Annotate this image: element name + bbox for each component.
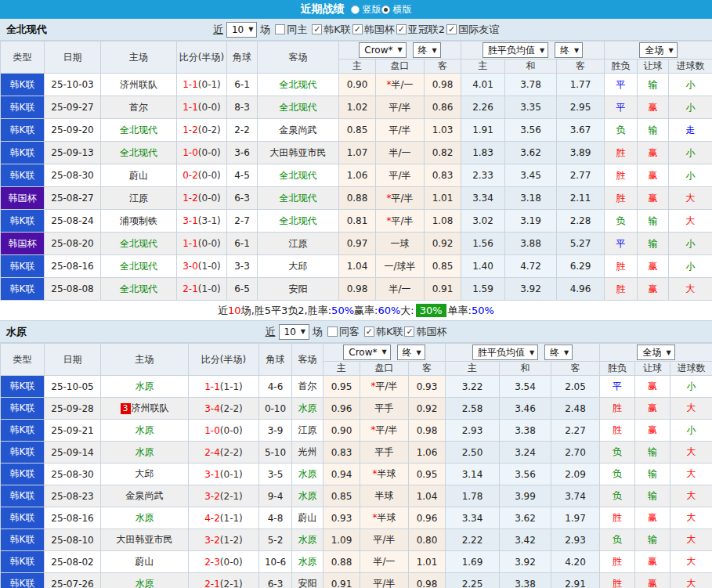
away-team-cell: 安阳 bbox=[258, 278, 339, 301]
result-cell: 负 bbox=[600, 442, 635, 464]
goals-result-cell: 大 bbox=[670, 464, 712, 485]
checkbox-icon: ✓ bbox=[364, 326, 374, 337]
halftime-score: (0-0) bbox=[198, 147, 221, 158]
goals-result-cell: 大 bbox=[669, 187, 712, 210]
col-goals: 进球数 bbox=[669, 60, 712, 74]
halftime-score: (1-1) bbox=[220, 381, 243, 392]
away-team-cell: 江原 bbox=[292, 420, 323, 442]
match-count-select[interactable]: 10 ▼ bbox=[226, 22, 257, 38]
score-cell: 3-1(3-1) bbox=[177, 210, 227, 233]
date-cell: 25-09-14 bbox=[45, 442, 101, 464]
asia-final-select[interactable]: 终▼ bbox=[413, 42, 441, 58]
col-asia-home: 主 bbox=[323, 362, 360, 376]
halftime-score: (0-0) bbox=[220, 557, 243, 568]
asia-home-odds-cell: 0.95 bbox=[323, 376, 360, 398]
col-eu-draw: 和 bbox=[500, 362, 551, 376]
match-count-select[interactable]: 10 ▼ bbox=[279, 324, 309, 340]
europe-final-select[interactable]: 终▼ bbox=[544, 345, 573, 360]
result-cell: 负 bbox=[605, 210, 638, 233]
europe-draw-odds-cell: 3.38 bbox=[500, 573, 551, 588]
europe-away-odds-cell: 2.91 bbox=[551, 573, 600, 588]
result-cell: 胜 bbox=[605, 255, 638, 278]
home-team-cell: 全北现代 bbox=[101, 119, 177, 142]
league-type-cell: 韩国杯 bbox=[1, 233, 45, 255]
handicap-result-cell: 赢 bbox=[635, 420, 670, 442]
chevron-down-icon: ▼ bbox=[301, 328, 305, 335]
league-filter-checkbox[interactable]: ✓韩国杯 bbox=[352, 23, 395, 37]
result-cell: 胜 bbox=[600, 420, 635, 442]
asia-line-cell: 平/半 bbox=[376, 164, 425, 187]
europe-draw-odds-cell: 4.72 bbox=[505, 255, 557, 278]
away-team-cell: 全北现代 bbox=[258, 96, 339, 119]
home-team-cell: 大田韩亚市民 bbox=[101, 529, 189, 551]
away-team-cell: 大田韩亚市民 bbox=[258, 142, 339, 164]
asia-away-odds-cell: 0.92 bbox=[425, 233, 461, 255]
odds-company-select[interactable]: Crow*▼ bbox=[359, 42, 406, 58]
layout-radio[interactable]: 竖版 bbox=[351, 3, 381, 16]
halftime-score: (1-0) bbox=[198, 261, 221, 272]
away-team-cell: 安阳 bbox=[292, 573, 323, 588]
europe-draw-odds-cell: 3.99 bbox=[500, 485, 551, 507]
europe-home-odds-cell: 2.26 bbox=[461, 96, 505, 119]
asia-final-select[interactable]: 终▼ bbox=[397, 345, 425, 360]
europe-draw-odds-cell: 3.62 bbox=[505, 142, 557, 164]
away-team-cell: 全北现代 bbox=[258, 210, 339, 233]
match-row: 韩K联 25-09-27 首尔 1-1(0-0) 8-3 全北现代 1.02 平… bbox=[1, 96, 712, 119]
fulltime-score: 3-2 bbox=[204, 491, 220, 502]
score-cell: 3-2(2-1) bbox=[189, 485, 259, 507]
radio-icon bbox=[351, 5, 360, 14]
summary-bar: 近10场,胜5平3负2, 胜率:50% 赢率:60% 大: 30% 单率:50% bbox=[0, 301, 712, 321]
col-corner: 角球 bbox=[259, 344, 292, 376]
match-row: 韩K联 25-08-30 蔚山 0-2(0-0) 4-5 全北现代 1.06 平… bbox=[1, 164, 712, 187]
fulltime-select[interactable]: 全场▼ bbox=[639, 42, 677, 58]
chevron-down-icon: ▼ bbox=[564, 349, 569, 356]
league-type-cell: 韩K联 bbox=[1, 464, 45, 485]
score-cell: 1-1(0-1) bbox=[177, 74, 227, 96]
same-venue-filter[interactable]: 同主 bbox=[275, 23, 307, 37]
europe-away-odds-cell: 2.05 bbox=[551, 376, 600, 398]
corner-cell: 0-10 bbox=[259, 398, 292, 420]
corner-cell: 9-4 bbox=[259, 485, 292, 507]
date-cell: 25-08-08 bbox=[45, 278, 101, 301]
fulltime-header: 全场▼ bbox=[605, 41, 712, 60]
europe-final-select[interactable]: 终▼ bbox=[555, 42, 583, 58]
handicap-result-cell: 赢 bbox=[638, 142, 669, 164]
fulltime-select[interactable]: 全场▼ bbox=[637, 345, 674, 360]
asia-home-odds-cell: 0.91 bbox=[323, 573, 360, 588]
league-filter-checkbox[interactable]: ✓韩国杯 bbox=[404, 325, 446, 339]
red-card-badge: 3 bbox=[121, 403, 131, 414]
fulltime-score: 3-0 bbox=[183, 261, 198, 272]
europe-home-odds-cell: 2.58 bbox=[446, 398, 500, 420]
league-filter-checkbox[interactable]: ✓韩K联 bbox=[312, 23, 351, 37]
league-filter-checkbox[interactable]: ✓亚冠联2 bbox=[396, 23, 445, 37]
europe-away-odds-cell: 4.20 bbox=[551, 551, 600, 573]
asia-home-odds-cell: 0.81 bbox=[339, 210, 376, 233]
europe-odds-select[interactable]: 胜平负均值▼ bbox=[482, 42, 548, 58]
asia-home-odds-cell: 0.83 bbox=[323, 442, 360, 464]
league-filter-checkbox[interactable]: ✓国际友谊 bbox=[446, 23, 499, 37]
asia-home-odds-cell: 0.90 bbox=[323, 420, 360, 442]
europe-draw-odds-cell: 3.38 bbox=[500, 420, 551, 442]
fulltime-score: 3-1 bbox=[204, 469, 220, 480]
recent-count-link[interactable]: 近 bbox=[266, 325, 276, 339]
league-filter-checkbox[interactable]: ✓韩K联 bbox=[364, 325, 403, 339]
asia-home-odds-cell: 1.09 bbox=[323, 529, 360, 551]
asia-home-odds-cell: 1.06 bbox=[339, 164, 376, 187]
europe-draw-odds-cell: 3.46 bbox=[500, 398, 551, 420]
fulltime-score: 1-0 bbox=[204, 425, 220, 436]
league-type-cell: 韩K联 bbox=[1, 442, 45, 464]
asia-line-cell: *平/半 bbox=[360, 376, 409, 398]
games-label: 场 bbox=[313, 325, 323, 339]
europe-odds-select[interactable]: 胜平负均值▼ bbox=[472, 345, 538, 360]
away-team-cell: 水原 bbox=[292, 529, 323, 551]
europe-odds-header: 胜平负均值▼ 终▼ bbox=[446, 344, 600, 362]
same-venue-filter[interactable]: 同客 bbox=[327, 325, 360, 339]
date-cell: 25-09-20 bbox=[45, 119, 101, 142]
odds-company-select[interactable]: Crow*▼ bbox=[343, 345, 390, 360]
recent-count-link[interactable]: 近 bbox=[213, 23, 223, 37]
handicap-result-cell: 输 bbox=[635, 464, 670, 485]
asia-away-odds-cell: 0.96 bbox=[409, 507, 446, 529]
layout-radio[interactable]: 横版 bbox=[381, 3, 412, 16]
home-team-cell: 蔚山 bbox=[101, 164, 177, 187]
asia-away-odds-cell: 1.03 bbox=[425, 119, 461, 142]
